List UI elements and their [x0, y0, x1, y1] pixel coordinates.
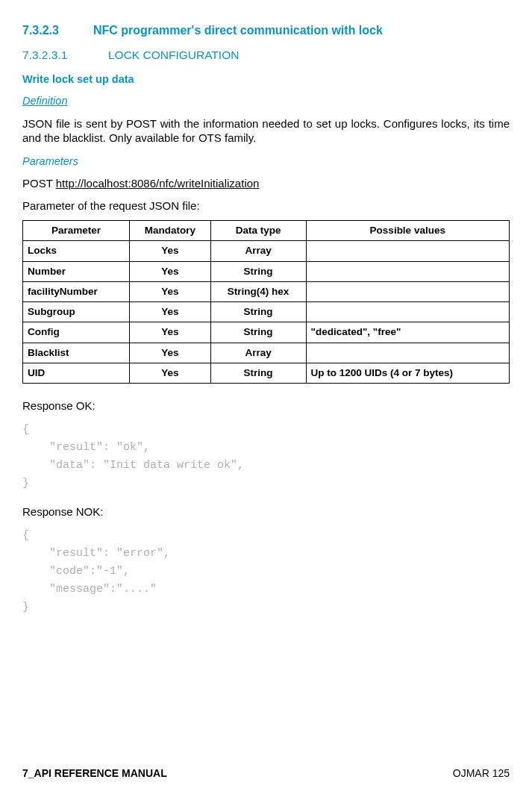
cell-parameter: UID: [23, 363, 130, 383]
cell-datatype: String: [210, 302, 306, 322]
cell-datatype: String: [210, 322, 306, 343]
post-line: POST http://localhost:8086/nfc/writeInit…: [22, 176, 510, 191]
cell-mandatory: Yes: [129, 363, 210, 383]
page-footer: 7_API REFERENCE MANUAL OJMAR 125: [22, 766, 510, 781]
post-prefix: POST: [22, 177, 56, 190]
cell-parameter: facilityNumber: [23, 281, 130, 301]
footer-left: 7_API REFERENCE MANUAL: [22, 766, 167, 781]
subheading-write-lock: Write lock set up data: [22, 72, 510, 87]
parameters-label: Parameters: [22, 154, 510, 169]
response-nok-code: { "result": "error", "code":"-1", "messa…: [22, 527, 510, 616]
param-intro: Parameter of the request JSON file:: [22, 199, 510, 213]
cell-parameter: Locks: [23, 241, 130, 261]
cell-possible-values: [306, 241, 509, 261]
parameters-table: Parameter Mandatory Data type Possible v…: [22, 220, 510, 384]
cell-mandatory: Yes: [129, 322, 210, 343]
table-row: LocksYesArray: [23, 241, 510, 261]
definition-label: Definition: [22, 94, 510, 109]
cell-mandatory: Yes: [129, 343, 210, 363]
cell-mandatory: Yes: [129, 302, 210, 322]
response-ok-label: Response OK:: [22, 399, 510, 413]
table-row: NumberYesString: [23, 261, 510, 281]
definition-body: JSON file is sent by POST with the infor…: [22, 116, 510, 146]
cell-possible-values: [306, 261, 509, 281]
cell-parameter: Config: [23, 322, 130, 343]
th-possible-values: Possible values: [306, 221, 509, 241]
response-nok-label: Response NOK:: [22, 504, 510, 519]
heading-7-3-2-3-1: 7.3.2.3.1LOCK CONFIGURATION: [22, 48, 510, 63]
cell-parameter: Subgroup: [23, 302, 130, 322]
footer-right: OJMAR 125: [453, 766, 510, 781]
cell-datatype: Array: [210, 241, 306, 261]
heading-7-3-2-3: 7.3.2.3NFC programmer's direct communica…: [22, 22, 510, 39]
table-row: ConfigYesString"dedicated", "free": [23, 322, 510, 343]
heading-number: 7.3.2.3.1: [22, 48, 108, 63]
cell-mandatory: Yes: [129, 241, 210, 261]
th-parameter: Parameter: [23, 221, 130, 241]
cell-parameter: Blacklist: [23, 343, 130, 363]
table-row: SubgroupYesString: [23, 302, 510, 322]
post-url[interactable]: http://localhost:8086/nfc/writeInitializ…: [56, 177, 260, 190]
heading-title: NFC programmer's direct communication wi…: [93, 24, 383, 37]
table-row: facilityNumberYesString(4) hex: [23, 281, 510, 301]
th-mandatory: Mandatory: [129, 221, 210, 241]
heading-number: 7.3.2.3: [22, 22, 93, 39]
cell-possible-values: "dedicated", "free": [306, 322, 509, 343]
cell-parameter: Number: [23, 261, 130, 281]
response-ok-code: { "result": "ok", "data": "Init data wri…: [22, 421, 510, 493]
cell-mandatory: Yes: [129, 261, 210, 281]
heading-title: LOCK CONFIGURATION: [108, 49, 239, 61]
cell-datatype: String(4) hex: [210, 281, 306, 301]
cell-datatype: String: [210, 363, 306, 383]
cell-datatype: String: [210, 261, 306, 281]
cell-possible-values: [306, 343, 509, 363]
cell-datatype: Array: [210, 343, 306, 363]
table-row: UIDYesStringUp to 1200 UIDs (4 or 7 byte…: [23, 363, 510, 383]
cell-possible-values: [306, 302, 509, 322]
th-datatype: Data type: [210, 221, 306, 241]
cell-mandatory: Yes: [129, 281, 210, 301]
cell-possible-values: [306, 281, 509, 301]
cell-possible-values: Up to 1200 UIDs (4 or 7 bytes): [306, 363, 509, 383]
table-row: BlacklistYesArray: [23, 343, 510, 363]
